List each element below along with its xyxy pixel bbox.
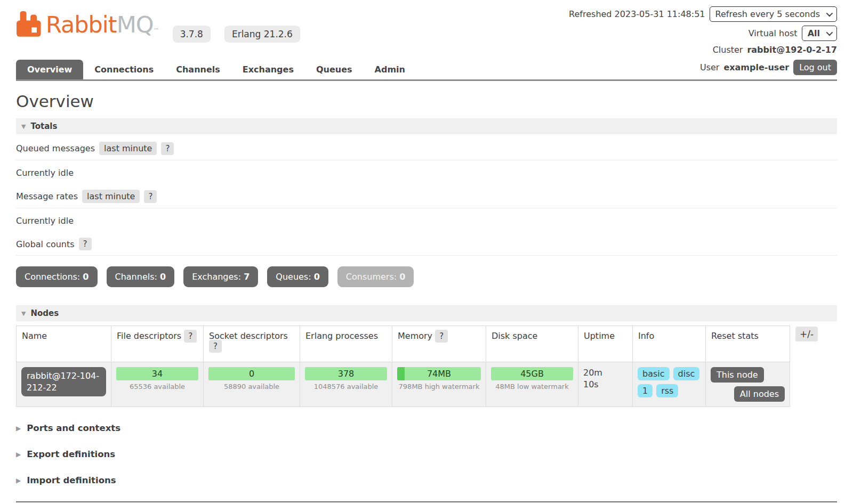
file-descriptors-value: 34 — [152, 369, 163, 379]
global-counts-row: Global counts ? — [16, 230, 837, 256]
tab-connections[interactable]: Connections — [83, 60, 165, 79]
info-cell: basic disc 1 rss — [633, 362, 706, 407]
queues-count-badge[interactable]: Queues: 0 — [267, 266, 328, 287]
info-badge-disc[interactable]: disc — [673, 367, 700, 380]
memory-cell: 74MB 798MB high watermark — [392, 362, 486, 407]
exchanges-count-badge[interactable]: Exchanges: 7 — [183, 266, 258, 287]
disk-space-cell: 45GB 48MB low watermark — [486, 362, 578, 407]
message-rates-row: Message rates last minute ? — [16, 182, 837, 208]
rabbitmq-version-badge: 3.7.8 — [173, 26, 211, 43]
tab-channels[interactable]: Channels — [165, 60, 231, 79]
col-header-file-descriptors: File descriptors ? — [111, 326, 204, 362]
uptime-line2: 10s — [583, 379, 599, 389]
rates-range-badge[interactable]: last minute — [82, 190, 140, 203]
col-header-reset-label: Reset stats — [711, 331, 759, 341]
nodes-table: Name File descriptors ? Socket descripto… — [16, 326, 790, 407]
channels-count-badge[interactable]: Channels: 0 — [107, 266, 175, 287]
info-badges: basic disc 1 rss — [638, 367, 701, 397]
col-header-name-label: Name — [22, 331, 47, 341]
info-badge-1[interactable]: 1 — [638, 384, 653, 397]
consumers-count-label: Consumers: — [346, 272, 397, 282]
memory-value: 74MB — [427, 369, 451, 379]
brand-rabbit: Rabbit — [46, 11, 117, 38]
reset-this-node-button[interactable]: This node — [711, 367, 764, 383]
rates-help-button[interactable]: ? — [144, 190, 157, 203]
virtual-host-label: Virtual host — [749, 28, 798, 38]
col-header-socket-descriptors: Socket descriptors ? — [204, 326, 300, 362]
sd-help-button[interactable]: ? — [209, 340, 222, 353]
memory-bar: 74MB — [397, 367, 481, 380]
fd-help-button[interactable]: ? — [184, 330, 197, 343]
global-counts-help-button[interactable]: ? — [79, 238, 92, 250]
cluster-row: Cluster rabbit@192-0-2-17 — [569, 45, 837, 55]
exchanges-count-label: Exchanges: — [192, 272, 241, 282]
col-header-uptime-label: Uptime — [584, 331, 615, 341]
header-left: RabbitMQ™ 3.7.8 Erlang 21.2.6 — [16, 6, 300, 45]
user-row: User example-user Log out — [700, 60, 837, 79]
nodes-section-title: Nodes — [30, 308, 59, 318]
footer: HTTP API Server Docs Tutorials Community… — [16, 501, 837, 504]
info-badge-rss[interactable]: rss — [656, 384, 678, 397]
col-header-ep-label: Erlang processes — [305, 331, 378, 341]
refreshed-timestamp: Refreshed 2023-05-31 11:48:51 — [569, 9, 705, 19]
node-name-badge[interactable]: rabbit@172-104-212-22 — [21, 367, 106, 396]
col-header-memory: Memory ? — [392, 326, 486, 362]
tab-admin[interactable]: Admin — [364, 60, 416, 79]
virtual-host-row: Virtual host All — [569, 26, 837, 41]
ports-and-contexts-section-header[interactable]: ▶ Ports and contexts — [16, 423, 837, 433]
col-header-sd-label: Socket descriptors — [209, 331, 288, 341]
col-header-memory-label: Memory — [398, 331, 432, 341]
queued-help-button[interactable]: ? — [161, 142, 174, 155]
import-definitions-section-header[interactable]: ▶ Import definitions — [16, 475, 837, 485]
tab-queues[interactable]: Queues — [305, 60, 364, 79]
brand-mq: MQ — [117, 11, 154, 38]
consumers-count-badge[interactable]: Consumers: 0 — [337, 266, 414, 287]
refresh-row: Refreshed 2023-05-31 11:48:51 Refresh ev… — [569, 6, 837, 22]
logout-button[interactable]: Log out — [793, 60, 837, 75]
global-counts-badges: Connections: 0 Channels: 0 Exchanges: 7 … — [16, 266, 837, 287]
expand-triangle-icon: ▶ — [16, 451, 21, 458]
erlang-processes-cell: 378 1048576 available — [300, 362, 392, 407]
brand-wordmark: RabbitMQ™ — [46, 11, 159, 45]
disk-space-bar: 45GB — [491, 367, 573, 380]
column-toggle-button[interactable]: +/- — [795, 327, 818, 342]
erlang-processes-sub: 1048576 available — [305, 383, 387, 391]
export-definitions-title: Export definitions — [27, 449, 115, 459]
header-right: Refreshed 2023-05-31 11:48:51 Refresh ev… — [569, 6, 837, 59]
expand-triangle-icon: ▶ — [16, 425, 21, 432]
connections-count-badge[interactable]: Connections: 0 — [16, 266, 98, 287]
virtual-host-select[interactable]: All — [802, 26, 837, 41]
totals-section-title: Totals — [30, 121, 57, 131]
reset-all-nodes-button[interactable]: All nodes — [734, 386, 785, 402]
disk-space-value: 45GB — [520, 369, 544, 379]
tab-exchanges[interactable]: Exchanges — [231, 60, 305, 79]
tab-overview[interactable]: Overview — [16, 60, 83, 79]
rabbitmq-logo-icon — [16, 11, 44, 40]
collapse-triangle-icon: ▼ — [21, 310, 26, 317]
chevron-down-icon — [826, 10, 833, 17]
expand-triangle-icon: ▶ — [16, 477, 21, 484]
nodes-table-header-row: Name File descriptors ? Socket descripto… — [17, 326, 790, 362]
refresh-interval-select[interactable]: Refresh every 5 seconds — [710, 6, 837, 22]
memory-help-button[interactable]: ? — [435, 330, 448, 343]
socket-descriptors-value: 0 — [249, 369, 254, 379]
exchanges-count-value: 7 — [244, 272, 250, 282]
tabs: Overview Connections Channels Exchanges … — [16, 60, 416, 79]
export-definitions-section-header[interactable]: ▶ Export definitions — [16, 449, 837, 459]
queued-range-badge[interactable]: last minute — [99, 142, 157, 155]
totals-section-header[interactable]: ▼ Totals — [16, 118, 837, 134]
connections-count-value: 0 — [83, 272, 88, 282]
info-badge-basic[interactable]: basic — [638, 367, 670, 380]
node-name-cell: rabbit@172-104-212-22 — [17, 362, 111, 407]
connections-count-label: Connections: — [25, 272, 80, 282]
uptime-cell: 20m10s — [578, 362, 633, 407]
queues-count-label: Queues: — [276, 272, 311, 282]
header: RabbitMQ™ 3.7.8 Erlang 21.2.6 Refreshed … — [16, 6, 837, 59]
socket-descriptors-cell: 0 58890 available — [204, 362, 300, 407]
rabbitmq-logo: RabbitMQ™ — [16, 11, 159, 45]
node-row: rabbit@172-104-212-22 34 65536 available… — [17, 362, 790, 407]
refresh-interval-value: Refresh every 5 seconds — [715, 9, 820, 19]
nodes-section-header[interactable]: ▼ Nodes — [16, 305, 837, 321]
brand-tm: ™ — [154, 27, 159, 34]
nodes-table-wrap: Name File descriptors ? Socket descripto… — [16, 326, 837, 407]
